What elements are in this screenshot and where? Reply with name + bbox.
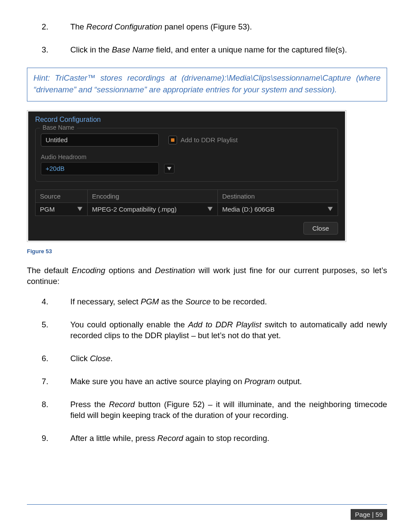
hint-text: Hint: TriCaster™ stores recordings at (d… [33,72,381,96]
list-text: You could optionally enable the Add to D… [70,320,387,341]
list-number: 4. [27,297,70,307]
encoding-value[interactable]: MPEG-2 Compatibility (.mpg) [92,206,177,213]
col-destination: Destination [218,189,338,202]
list-number: 6. [27,353,70,364]
headroom-dropdown-icon[interactable] [164,164,174,173]
encoding-table: Source Encoding Destination PGM [35,189,338,216]
list-item: 5.You could optionally enable the Add to… [27,320,387,341]
basename-group-label: Base Name [40,124,77,131]
list-text: Make sure you have an active source play… [70,376,387,387]
svg-marker-0 [167,167,171,170]
svg-marker-3 [328,207,333,211]
audio-headroom-value[interactable]: +20dB [41,162,159,175]
list-text: Click Close. [70,353,387,364]
hint-box: Hint: TriCaster™ stores recordings at (d… [27,68,387,101]
close-button[interactable]: Close [303,222,338,235]
add-to-ddr-checkbox[interactable]: Add to DDR Playlist [168,136,238,144]
basename-input[interactable]: Untitled [41,134,159,147]
list-number: 7. [27,376,70,387]
basename-group: Base Name Untitled Add to DDR Playlist A… [35,128,338,182]
list-item: 3.Click in the Base Name field, and ente… [27,45,387,55]
col-source: Source [36,189,88,202]
dropdown-icon[interactable] [207,206,213,212]
col-encoding: Encoding [88,189,218,202]
list-number: 8. [27,399,70,421]
source-value[interactable]: PGM [40,206,55,213]
record-config-screenshot: Record Configuration Base Name Untitled … [27,110,346,242]
list-text: If necessary, select PGM as the Source t… [70,297,387,307]
list-item: 8.Press the Record button (Figure 52) – … [27,399,387,421]
svg-marker-2 [207,207,213,211]
table-row: PGM MPEG-2 Compatibility (.mpg) [36,202,338,215]
list-item: 7.Make sure you have an active source pl… [27,376,387,387]
list-text: After a little while, press Record again… [70,433,387,444]
list-item: 4.If necessary, select PGM as the Source… [27,297,387,307]
add-to-ddr-label: Add to DDR Playlist [181,136,238,144]
footer-rule [27,504,387,505]
checkbox-icon [168,136,177,144]
page-number: Page | 59 [351,509,387,520]
dropdown-icon[interactable] [77,206,83,212]
list-item: 9.After a little while, press Record aga… [27,433,387,444]
list-text: Click in the Base Name field, and enter … [70,45,387,55]
list-number: 2. [27,22,70,33]
body-paragraph: The default Encoding options and Destina… [27,265,387,287]
list-number: 3. [27,45,70,55]
list-text: The Record Configuration panel opens (Fi… [70,22,387,33]
figure-caption: Figure 53 [27,248,387,255]
list-number: 9. [27,433,70,444]
panel-title: Record Configuration [35,116,338,124]
list-text: Press the Record button (Figure 52) – it… [70,399,387,421]
audio-headroom-label: Audio Headroom [41,153,332,160]
list-number: 5. [27,320,70,341]
destination-value[interactable]: Media (D:) 606GB [222,206,275,213]
svg-marker-1 [77,207,82,211]
list-item: 6.Click Close. [27,353,387,364]
list-item: 2.The Record Configuration panel opens (… [27,22,387,33]
dropdown-icon[interactable] [327,206,333,212]
